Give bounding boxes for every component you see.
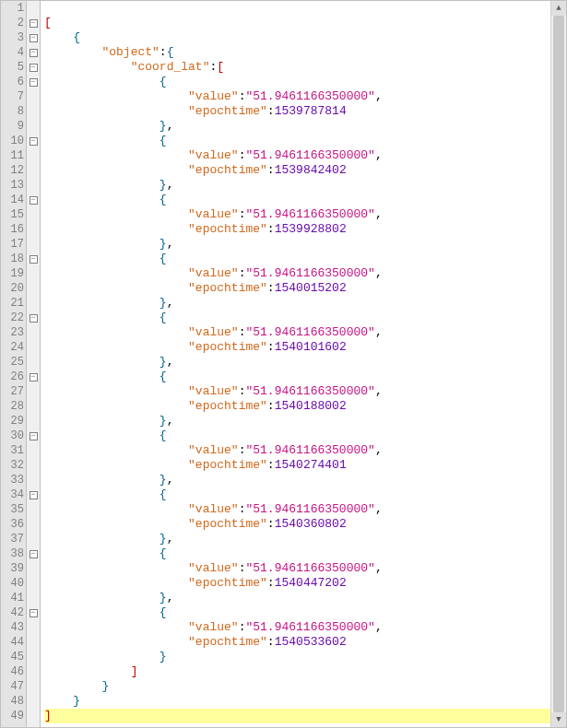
code-line[interactable]: }, [44,119,566,134]
code-line[interactable]: { [44,605,566,620]
code-line[interactable]: "object":{ [44,45,566,60]
code-line[interactable]: } [44,679,566,694]
fold-minus-icon[interactable]: − [30,609,38,617]
code-line[interactable]: "epochtime":1540360802 [44,517,566,532]
fold-cell [27,266,40,281]
fold-minus-icon[interactable]: − [30,373,38,382]
code-line[interactable]: { [44,193,566,207]
fold-minus-icon[interactable]: − [30,491,38,499]
code-line[interactable]: { [44,546,566,561]
code-line[interactable]: "epochtime":1539842402 [44,163,566,178]
line-number: 40 [1,576,26,591]
code-line[interactable]: }, [44,473,566,487]
fold-cell [27,591,40,605]
code-line[interactable]: { [44,134,566,148]
fold-minus-icon[interactable]: − [30,49,38,57]
line-number: 24 [1,340,26,355]
fold-minus-icon[interactable]: − [30,196,38,205]
code-line[interactable]: }, [44,532,566,546]
code-line[interactable]: "epochtime":1540101602 [44,340,566,355]
line-number: 43 [1,620,26,635]
fold-minus-icon[interactable]: − [30,78,38,87]
scroll-thumb[interactable] [553,16,564,712]
code-line[interactable]: "value":"51.9461166350000", [44,561,566,576]
code-line[interactable]: "value":"51.9461166350000", [44,148,566,163]
code-line[interactable]: { [44,75,566,89]
code-line[interactable]: { [44,370,566,384]
code-line[interactable]: "value":"51.9461166350000", [44,207,566,222]
fold-cell [27,340,40,355]
fold-minus-icon[interactable]: − [30,314,38,323]
code-line[interactable]: { [44,487,566,502]
code-line[interactable]: { [44,429,566,443]
fold-minus-icon[interactable]: − [30,34,38,42]
code-line[interactable]: "epochtime":1539928802 [44,222,566,237]
line-number: 9 [1,119,26,134]
fold-cell: − [27,30,40,45]
line-number: 18 [1,252,26,266]
code-line[interactable]: "epochtime":1540447202 [44,576,566,591]
code-line[interactable]: }, [44,591,566,605]
code-line[interactable]: } [44,650,566,664]
fold-cell: − [27,429,40,443]
code-line[interactable]: ] [44,664,566,679]
code-line[interactable]: "epochtime":1540533602 [44,635,566,650]
code-line[interactable]: "value":"51.9461166350000", [44,443,566,458]
code-line[interactable]: "value":"51.9461166350000", [44,620,566,635]
fold-minus-icon[interactable]: − [30,550,38,558]
code-line[interactable]: { [44,252,566,266]
fold-cell: − [27,45,40,60]
fold-cell: − [27,193,40,207]
fold-cell [27,355,40,370]
scroll-track[interactable] [551,16,566,712]
code-line[interactable]: "epochtime":1540274401 [44,458,566,473]
code-line[interactable]: "epochtime":1539787814 [44,104,566,119]
vertical-scrollbar[interactable]: ▲ ▼ [550,1,566,727]
fold-minus-icon[interactable]: − [30,137,38,146]
code-line[interactable]: ] [44,709,566,723]
fold-cell [27,237,40,252]
code-line[interactable]: "value":"51.9461166350000", [44,502,566,517]
line-number: 2 [1,16,26,30]
line-number: 12 [1,163,26,178]
code-line[interactable]: }, [44,414,566,429]
line-number: 49 [1,709,26,723]
scroll-up-button[interactable]: ▲ [551,1,566,16]
line-number: 7 [1,89,26,104]
code-line[interactable]: }, [44,355,566,370]
fold-cell [27,694,40,709]
line-number: 48 [1,694,26,709]
fold-minus-icon[interactable]: − [30,64,38,72]
code-line[interactable]: "value":"51.9461166350000", [44,384,566,399]
fold-cell: − [27,487,40,502]
code-line[interactable]: }, [44,296,566,311]
line-number: 31 [1,443,26,458]
line-number: 35 [1,502,26,517]
scroll-down-button[interactable]: ▼ [551,712,566,727]
fold-cell [27,281,40,296]
line-number: 17 [1,237,26,252]
fold-minus-icon[interactable]: − [30,255,38,264]
code-line[interactable]: "value":"51.9461166350000", [44,325,566,340]
code-line[interactable]: "value":"51.9461166350000", [44,266,566,281]
code-line[interactable]: "coord_lat":[ [44,60,566,75]
code-line[interactable]: "value":"51.9461166350000", [44,89,566,104]
fold-cell [27,296,40,311]
fold-cell [27,650,40,664]
code-line[interactable]: }, [44,237,566,252]
line-number: 37 [1,532,26,546]
fold-cell [27,635,40,650]
code-line[interactable]: { [44,311,566,325]
line-number: 32 [1,458,26,473]
fold-minus-icon[interactable]: − [30,432,38,440]
code-line[interactable]: [ [44,16,566,30]
code-line[interactable]: } [44,694,566,709]
code-line[interactable]: "epochtime":1540015202 [44,281,566,296]
code-area[interactable]: [ { "object":{ "coord_lat":[ { "value":"… [41,1,566,727]
fold-minus-icon[interactable]: − [30,19,38,28]
code-line[interactable]: { [44,30,566,45]
code-line[interactable] [44,1,566,16]
code-line[interactable]: "epochtime":1540188002 [44,399,566,414]
code-line[interactable]: }, [44,178,566,193]
fold-cell [27,222,40,237]
